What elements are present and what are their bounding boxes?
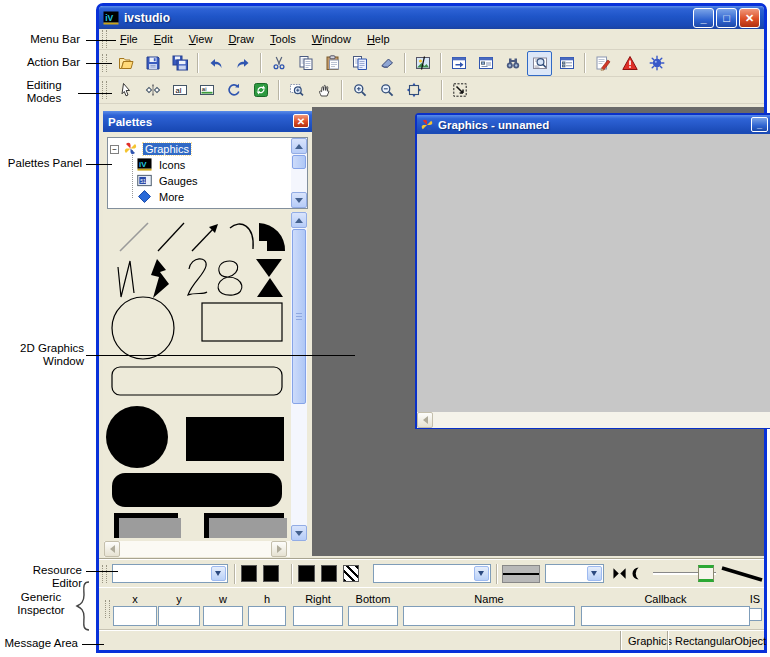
tree-item-graphics[interactable]: −Graphics: [110, 141, 289, 157]
toolbar-grip[interactable]: [102, 565, 107, 583]
moon-button[interactable]: [629, 563, 649, 584]
tree-item-more[interactable]: More: [110, 189, 289, 205]
save-all-button[interactable]: [167, 51, 192, 76]
palette-shape-zigzag-polyline[interactable]: [118, 261, 134, 297]
props-window-button[interactable]: [473, 51, 498, 76]
menu-file[interactable]: File: [112, 31, 146, 48]
chevron-down-icon[interactable]: [474, 566, 489, 581]
palette-shape-diagonal-line-gray[interactable]: [120, 223, 148, 251]
chevron-down-icon[interactable]: [211, 566, 226, 581]
error-button[interactable]: [617, 51, 642, 76]
maximize-button[interactable]: □: [716, 8, 737, 28]
shapes-scroll-right-icon[interactable]: [271, 541, 287, 557]
lcd-label-button[interactable]: ai: [194, 78, 219, 103]
palette-shape-filled-bowtie[interactable]: [256, 259, 283, 297]
menu-window[interactable]: Window: [304, 31, 359, 48]
palette-shape-rounded-rectangle-outline[interactable]: [112, 367, 282, 395]
folder-open-button[interactable]: [113, 51, 138, 76]
fill-swatch-black[interactable]: [263, 565, 279, 582]
palette-shape-filled-rounded-rectangle[interactable]: [112, 473, 282, 507]
menu-tools[interactable]: Tools: [262, 31, 304, 48]
font-resource-combo[interactable]: [373, 564, 491, 583]
eraser-button[interactable]: [374, 51, 399, 76]
zoom-in-button[interactable]: [347, 78, 372, 103]
zoom-out-button[interactable]: [374, 78, 399, 103]
inspector-field-bottom[interactable]: [348, 606, 398, 626]
palette-shape-arc-curve[interactable]: [230, 224, 253, 249]
palettes-titlebar[interactable]: Palettes: [103, 111, 312, 132]
slider-handle[interactable]: [698, 565, 714, 582]
fill-swatch-black[interactable]: [241, 565, 257, 582]
zoom-panel-button[interactable]: [527, 51, 552, 76]
palette-shape-circle-outline[interactable]: [112, 297, 174, 359]
edit-source-button[interactable]: [590, 51, 615, 76]
text-label-button[interactable]: al: [167, 78, 192, 103]
transform-button[interactable]: [447, 78, 472, 103]
app-titlebar[interactable]: iV ivstudio _ □ ✕: [99, 6, 764, 29]
inspector-field-name[interactable]: [403, 606, 575, 626]
chevron-down-icon[interactable]: [587, 566, 602, 581]
menu-draw[interactable]: Draw: [220, 31, 262, 48]
menu-edit[interactable]: Edit: [146, 31, 181, 48]
zoom-region-button[interactable]: [284, 78, 309, 103]
node-edit-button[interactable]: [140, 78, 165, 103]
pattern-swatch-black[interactable]: [321, 565, 337, 582]
redo-button[interactable]: [230, 51, 255, 76]
tree-scroll-down-icon[interactable]: [291, 192, 307, 208]
inspector-field-y[interactable]: [158, 606, 200, 626]
inspector-field-right[interactable]: [293, 606, 343, 626]
tree-item-icons[interactable]: iVIcons: [110, 157, 289, 173]
rotate-button[interactable]: [221, 78, 246, 103]
undo-button[interactable]: [203, 51, 228, 76]
palette-shape-filled-quarter-pie[interactable]: [259, 223, 285, 251]
palette-shape-gray-panel-raised-wide[interactable]: [204, 513, 287, 538]
save-button[interactable]: [140, 51, 165, 76]
paste-button[interactable]: [320, 51, 345, 76]
toolbar-grip[interactable]: [105, 600, 110, 618]
image-button[interactable]: [410, 51, 435, 76]
inspector-field-x[interactable]: [113, 606, 157, 626]
graphics-hscrollbar[interactable]: [417, 412, 770, 428]
palette-shape-open-spline[interactable]: [188, 259, 207, 295]
shapes-scroll-left-icon[interactable]: [104, 541, 120, 557]
toolbar-grip[interactable]: [102, 81, 107, 99]
palette-shape-rectangle-outline[interactable]: [202, 303, 282, 341]
binoculars-button[interactable]: [500, 51, 525, 76]
tree-expander-minus[interactable]: −: [110, 145, 119, 154]
pan-hand-button[interactable]: [311, 78, 336, 103]
inspector-is-checkbox[interactable]: [749, 608, 762, 621]
details-view-button[interactable]: [554, 51, 579, 76]
palette-shape-gray-panel-raised[interactable]: [114, 513, 181, 538]
palette-shape-diagonal-line[interactable]: [158, 223, 184, 251]
debug-button[interactable]: [644, 51, 669, 76]
shapes-scroll-up-icon[interactable]: [291, 212, 307, 228]
graphics-minimize-button[interactable]: _: [751, 117, 768, 132]
inspector-field-w[interactable]: [203, 606, 243, 626]
graphics-window-titlebar[interactable]: Graphics - unnamed _ □ ✕: [417, 115, 770, 134]
shapes-hscrollbar[interactable]: [104, 541, 290, 557]
toolbar-grip[interactable]: [102, 30, 107, 48]
close-button[interactable]: ✕: [739, 8, 760, 28]
line-width-combo[interactable]: [545, 564, 604, 583]
refresh-button[interactable]: [248, 78, 273, 103]
palettes-close-icon[interactable]: ✕: [293, 114, 309, 128]
bowtie-button[interactable]: [609, 563, 629, 584]
shapes-scroll-thumb[interactable]: [292, 229, 306, 404]
color-resource-combo[interactable]: [112, 564, 228, 583]
palette-shape-arrow-line[interactable]: [192, 224, 218, 251]
menu-view[interactable]: View: [181, 31, 221, 48]
paste-special-button[interactable]: [347, 51, 372, 76]
palette-shape-filled-circle[interactable]: [106, 406, 168, 468]
tree-item-gauges[interactable]: 51Gauges: [110, 173, 289, 189]
menu-help[interactable]: Help: [359, 31, 398, 48]
graphics-scroll-left-icon[interactable]: [417, 412, 433, 428]
pattern-swatch-black[interactable]: [298, 565, 314, 582]
inspector-field-callback[interactable]: [581, 606, 750, 626]
zoom-fit-button[interactable]: [401, 78, 426, 103]
palette-shape-filled-lightning[interactable]: [151, 259, 169, 298]
palette-shape-closed-spline[interactable]: [218, 261, 242, 295]
palette-shape-filled-rectangle[interactable]: [186, 417, 284, 461]
arc-slider[interactable]: [653, 564, 716, 583]
inspector-field-h[interactable]: [248, 606, 286, 626]
shapes-scroll-down-icon[interactable]: [291, 525, 307, 541]
